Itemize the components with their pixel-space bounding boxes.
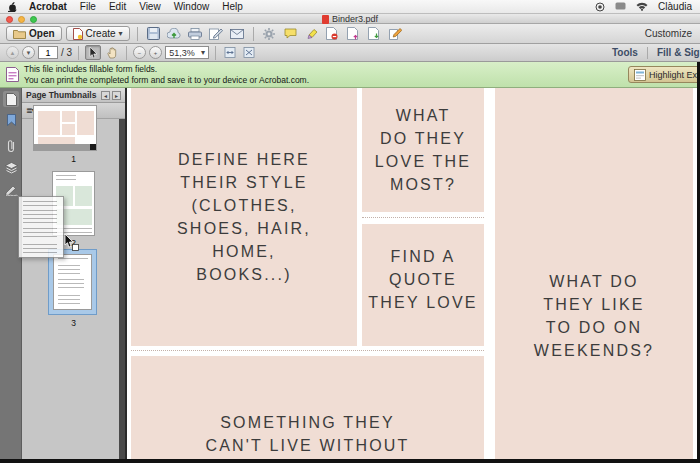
- fit-page-icon: [243, 47, 255, 58]
- print-button[interactable]: [187, 26, 204, 42]
- navigation-pane-strip: [0, 88, 22, 459]
- panel-collapse-button[interactable]: ◂: [101, 91, 110, 100]
- next-page-button[interactable]: ▼: [22, 46, 35, 59]
- paperclip-icon: [7, 139, 15, 153]
- fill-sign-panel-button[interactable]: Fill & Sign: [657, 47, 700, 58]
- panel-header: Page Thumbnails ◂ ▸: [22, 88, 125, 103]
- sign-document-button[interactable]: [208, 26, 225, 42]
- highlight-existing-fields-button[interactable]: Highlight Existing Fields: [628, 66, 700, 83]
- customize-button[interactable]: Customize: [645, 28, 692, 39]
- record-status-icon[interactable]: [595, 2, 605, 12]
- chevron-down-icon: ▾: [119, 29, 123, 38]
- delete-page-icon: [326, 27, 338, 40]
- menu-item-window[interactable]: Window: [174, 1, 210, 12]
- page-drag-ghost: [18, 196, 64, 258]
- highlight-text-button[interactable]: [303, 26, 320, 42]
- menu-item-help[interactable]: Help: [222, 1, 243, 12]
- create-button[interactable]: Create ▾: [66, 26, 130, 41]
- save-icon: [147, 27, 160, 40]
- previous-page-button[interactable]: ▲: [6, 46, 19, 59]
- extract-page-icon: [347, 27, 359, 40]
- page-1-footer-band: [34, 144, 96, 150]
- cloud-upload-icon: [167, 28, 181, 40]
- email-button[interactable]: [229, 26, 246, 42]
- layers-panel-button[interactable]: [3, 160, 19, 176]
- zoom-in-button[interactable]: +: [149, 46, 162, 59]
- menu-item-view[interactable]: View: [139, 1, 161, 12]
- macos-menu-bar: Acrobat File Edit View Window Help Clàud…: [0, 0, 700, 14]
- menu-item-acrobat[interactable]: Acrobat: [29, 1, 67, 12]
- comment-button[interactable]: [282, 26, 299, 42]
- open-button[interactable]: Open: [6, 26, 62, 41]
- form-fields-notification-bar: This file includes fillable form fields.…: [0, 62, 700, 88]
- hand-icon: [107, 47, 118, 59]
- form-box-quote[interactable]: FIND A QUOTE THEY LOVE: [362, 224, 484, 346]
- form-box-weekends[interactable]: WHAT DO THEY LIKE TO DO ON WEEKENDS?: [495, 88, 693, 459]
- page-3-selection: [48, 249, 97, 315]
- wifi-icon[interactable]: [636, 2, 648, 11]
- form-box-cant-live-without[interactable]: SOMETHING THEY CAN'T LIVE WITHOUT: [131, 356, 484, 459]
- menu-item-edit[interactable]: Edit: [109, 1, 126, 12]
- highlight-fields-icon: [634, 69, 646, 81]
- highlighter-icon: [305, 28, 318, 40]
- hand-tool-button[interactable]: [104, 45, 120, 60]
- drag-cursor-icon: [64, 234, 80, 251]
- acrobat-window: Acrobat File Edit View Window Help Clàud…: [0, 0, 700, 463]
- quick-tools-gear-button[interactable]: [261, 26, 278, 42]
- panel-title: Page Thumbnails: [26, 90, 99, 100]
- bookmarks-panel-button[interactable]: [3, 112, 19, 128]
- signature-pen-icon: [5, 184, 18, 196]
- gear-icon: [263, 28, 275, 40]
- panel-expand-button[interactable]: ▸: [112, 91, 121, 100]
- create-doc-icon: [73, 28, 83, 40]
- form-field-separator: [131, 350, 484, 351]
- main-toolbar: Open Create ▾: [0, 24, 700, 44]
- comment-bubble-icon: [284, 28, 297, 39]
- bookmark-icon: [7, 114, 16, 126]
- printer-icon: [188, 28, 202, 40]
- layers-icon: [5, 162, 18, 174]
- page-number-input[interactable]: [38, 46, 58, 59]
- page-3-thumbnail[interactable]: [53, 254, 92, 310]
- page-1-thumbnail[interactable]: [33, 105, 97, 151]
- folder-icon: [13, 29, 26, 39]
- attachments-panel-button[interactable]: [3, 138, 19, 154]
- menu-username[interactable]: Clàudia: [658, 1, 692, 12]
- edit-document-button[interactable]: [387, 26, 404, 42]
- pdf-file-icon: [322, 15, 329, 24]
- notification-text: This file includes fillable form fields.…: [24, 64, 309, 86]
- edit-pen-icon: [389, 27, 402, 40]
- page-1-label: 1: [22, 154, 125, 164]
- save-button[interactable]: [145, 26, 162, 42]
- envelope-icon: [230, 29, 244, 39]
- content-region: Page Thumbnails ◂ ▸ ≣▾ 1: [0, 88, 700, 459]
- insert-pages-button[interactable]: [366, 26, 383, 42]
- window-title-bar: Binder3.pdf: [0, 14, 700, 24]
- form-fields-icon: [6, 67, 19, 82]
- page-thumbnails-panel-button[interactable]: [3, 91, 19, 107]
- apple-menu-icon[interactable]: [8, 2, 17, 12]
- form-box-style[interactable]: DEFINE HERE THEIR STYLE (CLOTHES, SHOES,…: [131, 88, 357, 346]
- screen-bottom-edge: [0, 459, 700, 463]
- page-thumbnails-panel: Page Thumbnails ◂ ▸ ≣▾ 1: [22, 88, 125, 459]
- navigation-toolbar: ▲ ▼ / 3 − + 51,3% ▾ Tools Fill & Sign: [0, 44, 700, 62]
- chevron-down-icon: ▾: [201, 48, 205, 57]
- delete-pages-button[interactable]: [324, 26, 341, 42]
- zoom-out-button[interactable]: −: [133, 46, 146, 59]
- upload-acrobat-button[interactable]: [166, 26, 183, 42]
- insert-page-icon: [368, 27, 380, 40]
- tools-panel-button[interactable]: Tools: [612, 47, 638, 58]
- select-tool-button[interactable]: [85, 45, 101, 60]
- page-thumbnails-icon: [6, 93, 17, 106]
- display-menu-icon[interactable]: [615, 2, 626, 11]
- window-title: Binder3.pdf: [0, 14, 700, 24]
- extract-pages-button[interactable]: [345, 26, 362, 42]
- fit-width-button[interactable]: [222, 45, 238, 60]
- signatures-panel-button[interactable]: [3, 182, 19, 198]
- page-3-label: 3: [22, 318, 125, 328]
- fit-width-icon: [224, 47, 236, 58]
- menu-item-file[interactable]: File: [80, 1, 96, 12]
- zoom-level-select[interactable]: 51,3% ▾: [165, 46, 209, 59]
- form-box-love-most[interactable]: WHAT DO THEY LOVE THE MOST?: [362, 88, 484, 212]
- fit-page-button[interactable]: [241, 45, 257, 60]
